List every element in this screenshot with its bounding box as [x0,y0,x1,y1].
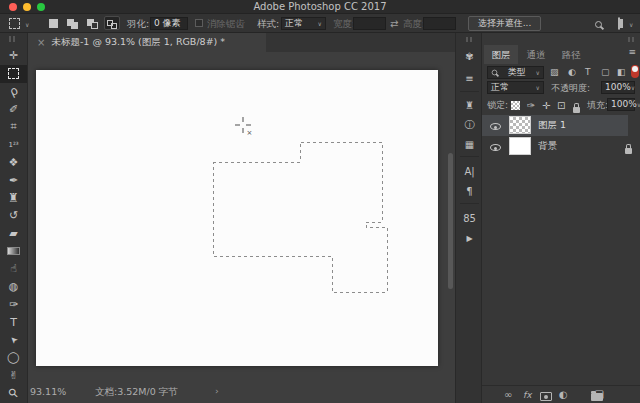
tool-preset-icon[interactable] [9,18,20,29]
workspace-chevron-icon[interactable]: ∨ [629,21,633,28]
layer-filter-type-dropdown[interactable]: 类型 ∨ [487,66,544,79]
lock-all-icon[interactable] [573,107,580,113]
canvas[interactable]: × [36,70,438,366]
new-selection-mode-button[interactable] [46,17,62,31]
layer-mask-icon[interactable] [540,392,552,401]
selection-overlay: × [36,70,438,366]
brush-tool[interactable]: ✒ [0,171,27,189]
blend-mode-dropdown[interactable]: 正常 ∨ [487,81,544,94]
quick-selection-tool[interactable]: ✐ [0,100,27,118]
crop-tool[interactable]: ⌗ [0,118,27,136]
filter-shape-layers-icon[interactable]: ▢ [601,66,610,79]
layers-panel: 图层 通道 路径 ≡ 类型 ∨ ▨ ◐ T ▢ ◧ 正常 ∨ 不透明度: 100… [482,33,640,403]
panel-grip-icon[interactable] [628,37,634,42]
count-tool[interactable]: 1²³ [0,136,27,154]
filter-type-layers-icon[interactable]: T [585,66,591,79]
layer-thumbnail[interactable] [509,137,531,155]
filter-smart-objects-icon[interactable]: ◧ [617,66,626,79]
tab-paths[interactable]: 路径 [554,45,588,64]
brush-presets-panel-icon[interactable]: ✾ [456,49,483,63]
type-icon: T [10,316,17,329]
lock-artboard-icon[interactable]: ⊡ [557,99,565,112]
document-tab-title: 未标题-1 @ 93.1% (图层 1, RGB/8#) * [51,36,225,49]
ellipse-tool[interactable]: ◯ [0,349,27,367]
pen-tool[interactable]: ✑ [0,296,27,314]
layer-name[interactable]: 图层 1 [538,119,566,132]
actions-panel-icon[interactable]: ▶ [456,231,483,245]
layer-name[interactable]: 背景 [538,140,557,153]
layer-filter-toggle[interactable] [631,65,639,78]
height-input[interactable] [423,17,456,30]
intersect-selection-mode-button[interactable] [104,16,120,30]
document-scrollbar[interactable] [448,153,453,289]
antialias-label: 消除锯齿 [207,14,245,33]
antialias-checkbox[interactable] [195,19,203,27]
width-input[interactable] [353,17,386,30]
layer-thumbnail[interactable] [509,116,531,134]
ellipse-icon: ◯ [7,351,19,364]
chevron-down-icon: ∨ [536,82,540,93]
path-selection-icon: ➤ [7,334,19,346]
swap-width-height-icon[interactable]: ⇄ [390,18,398,29]
layer-row-layer-1[interactable]: 图层 1 [482,115,628,136]
visibility-eye-icon[interactable] [490,144,501,151]
layer-style-icon[interactable]: fx [523,390,532,400]
status-chevron-icon[interactable]: › [215,385,219,396]
link-layers-icon[interactable]: ∞ [504,389,512,400]
chevron-down-icon: ∨ [318,18,322,29]
subtract-selection-mode-button[interactable] [86,17,102,31]
info-panel-icon[interactable]: ⓘ [456,118,483,132]
workspace-switcher-icon[interactable] [618,17,620,30]
tool-preset-chevron-icon[interactable]: ∨ [25,21,29,28]
smudge-tool[interactable]: ☝ [0,260,27,278]
zoom-level[interactable]: 93.11% [30,386,66,397]
path-selection-tool[interactable]: ➤ [0,331,27,349]
select-and-mask-button[interactable]: 选择并遮住... [468,16,541,31]
options-bar: ∨ 羽化: 0 像素 消除锯齿 样式: 正常∨ 宽度: ⇄ 高度: 选择并遮住.… [0,14,640,33]
zoom-tool[interactable]: ⚲ [0,384,27,402]
marquee-icon [8,68,19,79]
panel-menu-icon[interactable]: ≡ [628,47,636,57]
hand-tool[interactable]: ✌ [0,367,27,385]
toolbar-grip-icon[interactable] [9,36,15,42]
paragraph-panel-icon[interactable]: ¶ [456,184,483,198]
document-tab[interactable]: × 未标题-1 @ 93.1% (图层 1, RGB/8#) * [28,33,266,52]
dock-grip-icon[interactable] [466,37,472,42]
tab-layers[interactable]: 图层 [484,45,518,64]
gradient-tool[interactable] [0,242,27,260]
glyphs-panel-icon[interactable]: 85 [456,211,483,225]
quick-selection-icon: ✐ [9,103,18,116]
history-brush-tool[interactable]: ↺ [0,207,27,225]
brush-settings-panel-icon[interactable]: ≡ [456,71,483,85]
layer-row-background[interactable]: 背景 [482,136,640,157]
spot-healing-brush-tool[interactable]: ❖ [0,154,27,172]
lasso-tool[interactable]: ρ [0,83,27,101]
move-tool[interactable]: ✛ [0,47,27,65]
type-tool[interactable]: T [0,313,27,331]
filter-adjustment-layers-icon[interactable]: ◐ [568,66,576,79]
add-selection-mode-button[interactable] [66,17,82,31]
adjustment-layer-icon[interactable]: ◐ [559,389,568,400]
swatches-panel-icon[interactable]: ▦ [456,137,483,151]
strip-divider [460,156,479,157]
search-icon[interactable] [595,21,602,28]
dodge-tool[interactable]: ◍ [0,278,27,296]
lock-transparent-pixels-icon[interactable] [511,101,520,110]
eraser-tool[interactable]: ▰ [0,225,27,243]
lock-image-pixels-icon[interactable]: ✑ [527,99,535,112]
opacity-dropdown[interactable]: 100% ∨ [601,81,635,94]
style-dropdown[interactable]: 正常∨ [281,17,326,30]
feather-input[interactable]: 0 像素 [150,17,188,30]
filter-pixel-layers-icon[interactable]: ▨ [550,66,559,79]
clone-stamp-tool[interactable]: ♜ [0,189,27,207]
collapsed-panel-strip: ✾ ≡ ♜ ⓘ ▦ A| ¶ 85 ▶ [455,33,482,403]
character-panel-icon[interactable]: A| [456,164,483,178]
close-tab-icon[interactable]: × [37,37,45,48]
visibility-eye-icon[interactable] [490,123,501,130]
rectangular-marquee-tool[interactable] [0,65,27,83]
new-layer-icon[interactable]: ❏ [595,389,604,400]
clone-source-panel-icon[interactable]: ♜ [456,98,483,112]
fill-dropdown[interactable]: 100% ∨ [607,98,635,111]
tab-channels[interactable]: 通道 [519,45,553,64]
lock-position-icon[interactable]: ✛ [542,99,550,112]
